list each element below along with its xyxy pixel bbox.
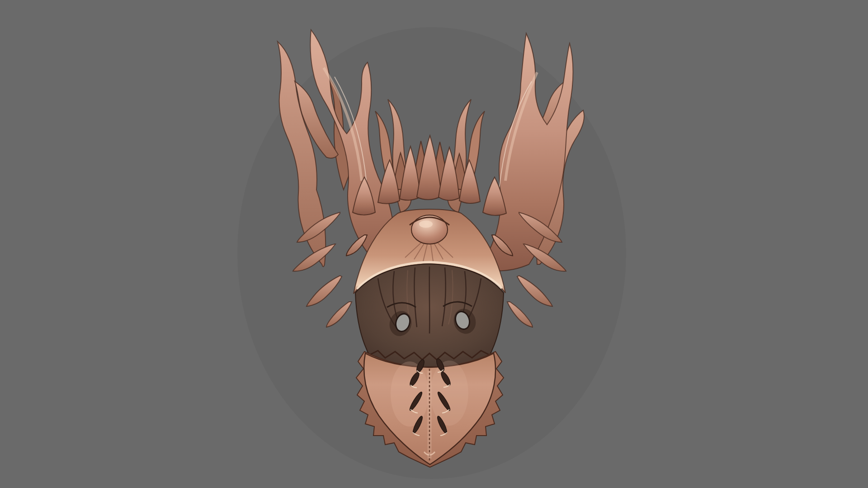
crown-boss-highlight — [419, 221, 433, 228]
render-viewport — [0, 0, 868, 488]
sculpt-render — [0, 0, 868, 488]
crown-boss — [411, 215, 448, 244]
wrinkle-line — [429, 267, 430, 333]
beak-sheen-left — [391, 361, 429, 427]
beak-sheen-right — [430, 361, 468, 426]
face-plate — [355, 264, 504, 367]
